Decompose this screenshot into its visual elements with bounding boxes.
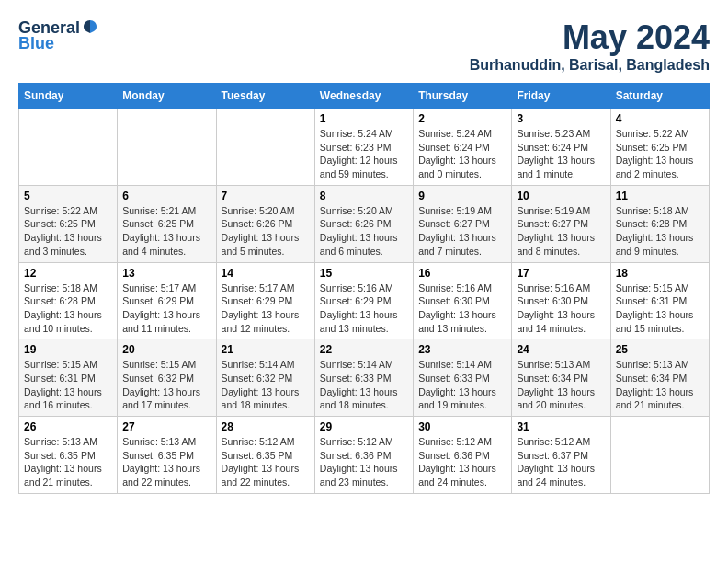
logo: General Blue [18,18,98,53]
day-info: Sunrise: 5:14 AMSunset: 6:33 PMDaylight:… [418,358,506,412]
table-row: 18Sunrise: 5:15 AMSunset: 6:31 PMDayligh… [610,262,709,339]
table-row: 30Sunrise: 5:12 AMSunset: 6:36 PMDayligh… [414,417,512,494]
day-info: Sunrise: 5:17 AMSunset: 6:29 PMDaylight:… [122,282,210,336]
day-info: Sunrise: 5:16 AMSunset: 6:30 PMDaylight:… [418,282,506,336]
day-number: 5 [24,190,112,202]
table-row: 29Sunrise: 5:12 AMSunset: 6:36 PMDayligh… [314,417,413,494]
main-title: May 2024 [470,18,710,57]
table-row [610,417,709,494]
table-row: 28Sunrise: 5:12 AMSunset: 6:35 PMDayligh… [216,417,314,494]
day-number: 28 [222,420,310,433]
day-info: Sunrise: 5:22 AMSunset: 6:25 PMDaylight:… [616,127,704,181]
day-number: 20 [122,343,210,356]
day-number: 18 [616,267,704,280]
day-number: 2 [418,112,506,125]
table-row: 31Sunrise: 5:12 AMSunset: 6:37 PMDayligh… [512,417,610,494]
table-row: 26Sunrise: 5:13 AMSunset: 6:35 PMDayligh… [19,417,118,494]
table-row [216,109,314,186]
day-info: Sunrise: 5:14 AMSunset: 6:32 PMDaylight:… [222,358,310,412]
day-number: 8 [320,190,408,202]
day-number: 23 [418,343,506,356]
logo-blue: Blue [18,34,54,53]
day-info: Sunrise: 5:22 AMSunset: 6:25 PMDaylight:… [24,204,112,259]
day-info: Sunrise: 5:24 AMSunset: 6:23 PMDaylight:… [320,127,408,181]
calendar-week-row: 12Sunrise: 5:18 AMSunset: 6:28 PMDayligh… [19,262,710,339]
day-info: Sunrise: 5:13 AMSunset: 6:35 PMDaylight:… [122,435,210,489]
day-number: 11 [616,190,704,202]
calendar-week-row: 5Sunrise: 5:22 AMSunset: 6:25 PMDaylight… [19,185,710,262]
day-info: Sunrise: 5:21 AMSunset: 6:25 PMDaylight:… [122,204,210,259]
day-info: Sunrise: 5:20 AMSunset: 6:26 PMDaylight:… [222,204,310,259]
calendar-table: Sunday Monday Tuesday Wednesday Thursday… [18,83,710,494]
page-header: General Blue May 2024 Burhanuddin, Baris… [18,18,710,74]
table-row [19,109,118,186]
day-number: 6 [122,190,210,202]
day-info: Sunrise: 5:13 AMSunset: 6:34 PMDaylight:… [517,358,605,412]
table-row: 6Sunrise: 5:21 AMSunset: 6:25 PMDaylight… [118,185,216,262]
header-friday: Friday [512,84,610,109]
day-info: Sunrise: 5:17 AMSunset: 6:29 PMDaylight:… [222,282,310,336]
header-saturday: Saturday [610,84,709,109]
day-number: 10 [517,190,605,202]
day-info: Sunrise: 5:23 AMSunset: 6:24 PMDaylight:… [517,127,605,181]
table-row: 23Sunrise: 5:14 AMSunset: 6:33 PMDayligh… [414,339,512,417]
day-info: Sunrise: 5:15 AMSunset: 6:32 PMDaylight:… [122,358,210,412]
day-number: 16 [418,267,506,280]
table-row: 15Sunrise: 5:16 AMSunset: 6:29 PMDayligh… [314,262,413,339]
day-number: 7 [222,190,310,202]
header-sunday: Sunday [19,84,118,109]
day-info: Sunrise: 5:16 AMSunset: 6:30 PMDaylight:… [517,282,605,336]
table-row: 4Sunrise: 5:22 AMSunset: 6:25 PMDaylight… [610,109,709,186]
day-info: Sunrise: 5:16 AMSunset: 6:29 PMDaylight:… [320,282,408,336]
table-row: 25Sunrise: 5:13 AMSunset: 6:34 PMDayligh… [610,339,709,417]
header-tuesday: Tuesday [216,84,314,109]
day-number: 24 [517,343,605,356]
day-number: 25 [616,343,704,356]
subtitle: Burhanuddin, Barisal, Bangladesh [470,57,710,74]
logo-icon [82,18,98,35]
day-info: Sunrise: 5:12 AMSunset: 6:36 PMDaylight:… [320,435,408,489]
calendar-week-row: 19Sunrise: 5:15 AMSunset: 6:31 PMDayligh… [19,339,710,417]
day-info: Sunrise: 5:13 AMSunset: 6:35 PMDaylight:… [24,435,112,489]
table-row: 16Sunrise: 5:16 AMSunset: 6:30 PMDayligh… [414,262,512,339]
day-number: 27 [122,420,210,433]
day-info: Sunrise: 5:12 AMSunset: 6:36 PMDaylight:… [418,435,506,489]
table-row: 10Sunrise: 5:19 AMSunset: 6:27 PMDayligh… [512,185,610,262]
header-monday: Monday [118,84,216,109]
day-number: 31 [517,420,605,433]
day-number: 19 [24,343,112,356]
day-number: 1 [320,112,408,125]
table-row: 8Sunrise: 5:20 AMSunset: 6:26 PMDaylight… [314,185,413,262]
table-row: 3Sunrise: 5:23 AMSunset: 6:24 PMDaylight… [512,109,610,186]
day-number: 29 [320,420,408,433]
table-row: 9Sunrise: 5:19 AMSunset: 6:27 PMDaylight… [414,185,512,262]
day-info: Sunrise: 5:19 AMSunset: 6:27 PMDaylight:… [517,204,605,259]
day-number: 22 [320,343,408,356]
day-info: Sunrise: 5:14 AMSunset: 6:33 PMDaylight:… [320,358,408,412]
calendar-header-row: Sunday Monday Tuesday Wednesday Thursday… [19,84,710,109]
table-row: 21Sunrise: 5:14 AMSunset: 6:32 PMDayligh… [216,339,314,417]
day-number: 13 [122,267,210,280]
day-number: 14 [222,267,310,280]
table-row: 7Sunrise: 5:20 AMSunset: 6:26 PMDaylight… [216,185,314,262]
day-info: Sunrise: 5:12 AMSunset: 6:37 PMDaylight:… [517,435,605,489]
day-info: Sunrise: 5:15 AMSunset: 6:31 PMDaylight:… [616,282,704,336]
day-number: 4 [616,112,704,125]
day-info: Sunrise: 5:18 AMSunset: 6:28 PMDaylight:… [24,282,112,336]
day-number: 30 [418,420,506,433]
table-row: 1Sunrise: 5:24 AMSunset: 6:23 PMDaylight… [314,109,413,186]
calendar-week-row: 26Sunrise: 5:13 AMSunset: 6:35 PMDayligh… [19,417,710,494]
day-info: Sunrise: 5:18 AMSunset: 6:28 PMDaylight:… [616,204,704,259]
day-number: 12 [24,267,112,280]
table-row: 19Sunrise: 5:15 AMSunset: 6:31 PMDayligh… [19,339,118,417]
table-row: 14Sunrise: 5:17 AMSunset: 6:29 PMDayligh… [216,262,314,339]
table-row: 20Sunrise: 5:15 AMSunset: 6:32 PMDayligh… [118,339,216,417]
table-row: 27Sunrise: 5:13 AMSunset: 6:35 PMDayligh… [118,417,216,494]
table-row: 13Sunrise: 5:17 AMSunset: 6:29 PMDayligh… [118,262,216,339]
table-row: 12Sunrise: 5:18 AMSunset: 6:28 PMDayligh… [19,262,118,339]
table-row: 11Sunrise: 5:18 AMSunset: 6:28 PMDayligh… [610,185,709,262]
day-info: Sunrise: 5:15 AMSunset: 6:31 PMDaylight:… [24,358,112,412]
day-info: Sunrise: 5:13 AMSunset: 6:34 PMDaylight:… [616,358,704,412]
day-number: 9 [418,190,506,202]
day-info: Sunrise: 5:19 AMSunset: 6:27 PMDaylight:… [418,204,506,259]
